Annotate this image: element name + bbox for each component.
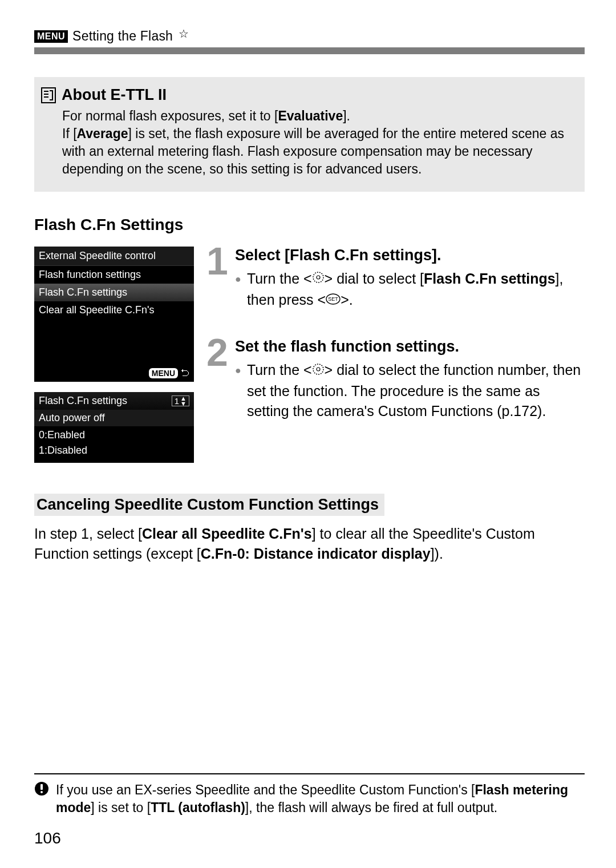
- warning-icon: [34, 781, 50, 817]
- about-body: For normal flash exposures, set it to [E…: [41, 107, 573, 178]
- svg-point-5: [317, 368, 320, 371]
- about-ettl-box: About E-TTL II For normal flash exposure…: [34, 77, 585, 192]
- bottom-note-text: If you use an EX-series Speedlite and th…: [56, 781, 585, 817]
- camera-screen-2: Flash C.Fn settings 1 ▲▼ Auto power off …: [34, 392, 194, 463]
- step-1: 1 Select [Flash C.Fn settings]. ● Turn t…: [204, 247, 585, 310]
- bullet-icon: ●: [235, 272, 241, 310]
- svg-point-0: [313, 272, 323, 282]
- bullet-icon: ●: [235, 364, 241, 421]
- step2-title: Set the flash function settings.: [235, 338, 585, 356]
- page-number: 106: [34, 829, 61, 847]
- menu-return-badge: MENU: [149, 368, 178, 378]
- section-flash-cfn-title: Flash C.Fn Settings: [34, 216, 585, 234]
- svg-text:SET: SET: [328, 296, 338, 302]
- cs1-item-flash-func: Flash function settings: [34, 266, 194, 284]
- svg-point-8: [40, 791, 43, 793]
- step1-title: Select [Flash C.Fn settings].: [235, 247, 585, 264]
- cancel-section-title: Canceling Speedlite Custom Function Sett…: [34, 494, 384, 516]
- dial-icon: [312, 361, 325, 381]
- camera-screen-1: External Speedlite control Flash functio…: [34, 247, 194, 382]
- cs1-header: External Speedlite control: [34, 247, 194, 266]
- svg-point-4: [313, 364, 323, 374]
- cs2-counter: 1 ▲▼: [172, 395, 189, 407]
- star-icon: ☆: [179, 27, 189, 41]
- cs2-option-enabled: 0:Enabled: [34, 427, 194, 443]
- page-header: MENU Setting the Flash ☆: [34, 29, 585, 44]
- cs2-subtitle: Auto power off: [34, 410, 194, 426]
- menu-badge-icon: MENU: [34, 30, 68, 43]
- header-rule: [34, 47, 585, 54]
- cs1-item-clear-all: Clear all Speedlite C.Fn's: [34, 301, 194, 319]
- cs1-footer: MENU⮌: [34, 365, 194, 382]
- cs2-title: Flash C.Fn settings: [39, 395, 127, 407]
- dial-icon: [312, 269, 325, 289]
- about-title: About E-TTL II: [62, 86, 167, 104]
- svg-rect-7: [40, 784, 43, 790]
- header-title: Setting the Flash: [72, 29, 173, 44]
- step1-text: ● Turn the <> dial to select [Flash C.Fn…: [235, 269, 585, 310]
- cs2-option-disabled: 1:Disabled: [34, 443, 194, 458]
- step-2: 2 Set the flash function settings. ● Tur…: [204, 338, 585, 421]
- return-icon: ⮌: [180, 368, 189, 378]
- bottom-note: If you use an EX-series Speedlite and th…: [34, 773, 585, 817]
- svg-point-1: [317, 276, 320, 279]
- cs1-item-flash-cfn: Flash C.Fn settings: [34, 284, 194, 301]
- flash-menu-icon: [41, 87, 56, 103]
- step2-text: ● Turn the <> dial to select the functio…: [235, 360, 585, 421]
- step-number-1: 1: [204, 247, 230, 310]
- updown-icon: ▲▼: [180, 396, 187, 406]
- step-number-2: 2: [204, 338, 230, 421]
- cancel-section-body: In step 1, select [Clear all Speedlite C…: [34, 524, 585, 563]
- set-icon: SET: [326, 290, 341, 310]
